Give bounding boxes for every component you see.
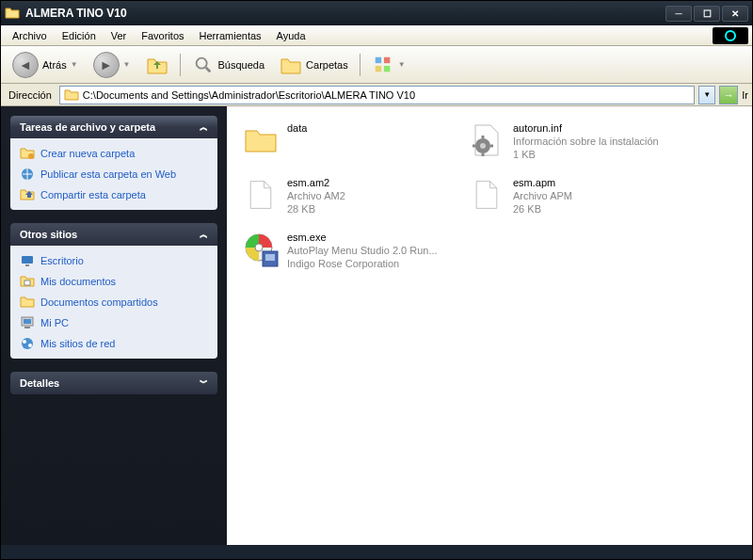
views-button[interactable]: ▼ — [366, 52, 411, 78]
place-label: Mi PC — [40, 317, 69, 328]
go-label: Ir — [742, 89, 748, 101]
svg-point-18 — [480, 143, 486, 149]
search-label: Búsqueda — [218, 59, 265, 71]
svg-point-0 — [196, 57, 206, 68]
task-label: Crear nueva carpeta — [40, 148, 135, 159]
file-name: esm.am2 — [287, 176, 345, 189]
collapse-icon: ︽ — [200, 121, 208, 134]
cd-exe-icon — [242, 231, 280, 268]
content-area: Tareas de archivo y carpeta ︽ Crear nuev… — [1, 106, 752, 545]
expand-icon: ︾ — [200, 377, 208, 390]
chevron-down-icon: ▼ — [703, 90, 711, 99]
folder-up-icon — [146, 54, 168, 76]
svg-point-15 — [23, 340, 26, 344]
file-item[interactable]: esm.am2Archivo AM228 KB — [238, 172, 464, 227]
file-pane[interactable]: dataautorun.infInformación sobre la inst… — [227, 106, 752, 545]
close-button[interactable]: ✕ — [722, 6, 748, 22]
new-folder-icon — [20, 146, 35, 161]
menu-archivo[interactable]: Archivo — [5, 28, 55, 43]
file-size: 28 KB — [287, 202, 345, 216]
tasks-panel: Tareas de archivo y carpeta ︽ Crear nuev… — [10, 116, 217, 210]
file-size: 26 KB — [513, 202, 572, 216]
back-button[interactable]: ◄ Atrás ▼ — [7, 50, 84, 80]
file-meta: Archivo AM2 — [287, 189, 345, 202]
tasks-panel-header[interactable]: Tareas de archivo y carpeta ︽ — [10, 116, 217, 138]
file-name: autorun.inf — [513, 121, 659, 135]
task-publish-web[interactable]: Publicar esta carpeta en Web — [20, 167, 208, 182]
statusbar — [1, 545, 752, 559]
svg-point-24 — [255, 244, 263, 251]
file-meta: Información sobre la instalación — [513, 135, 659, 148]
menu-ver[interactable]: Ver — [104, 28, 135, 43]
file-icon — [468, 176, 505, 214]
task-label: Publicar esta carpeta en Web — [40, 168, 176, 180]
titlebar[interactable]: ALMERA TINO V10 ─ ☐ ✕ — [1, 1, 752, 25]
place-my-computer[interactable]: Mi PC — [20, 315, 208, 330]
chevron-down-icon: ▼ — [398, 60, 406, 69]
forward-button[interactable]: ► ▼ — [88, 50, 136, 80]
share-folder-icon — [20, 187, 35, 202]
svg-point-14 — [22, 338, 33, 349]
menu-favoritos[interactable]: Favoritos — [134, 28, 191, 43]
shared-docs-icon — [20, 295, 35, 310]
address-dropdown[interactable]: ▼ — [698, 86, 715, 104]
my-computer-icon — [20, 315, 35, 330]
folder-icon — [5, 6, 20, 21]
toolbar: ◄ Atrás ▼ ► ▼ Búsqueda Carpetas — [1, 46, 752, 84]
svg-line-1 — [205, 67, 210, 72]
folder-icon — [64, 88, 79, 103]
svg-rect-26 — [265, 254, 275, 261]
menu-edicion[interactable]: Edición — [55, 28, 104, 43]
file-item[interactable]: esm.apmArchivo APM26 KB — [464, 172, 690, 227]
place-label: Documentos compartidos — [40, 296, 158, 308]
svg-rect-13 — [24, 327, 30, 328]
places-panel: Otros sitios ︽ Escritorio Mis documentos… — [10, 223, 217, 359]
search-button[interactable]: Búsqueda — [186, 52, 271, 78]
svg-rect-5 — [384, 65, 390, 71]
desktop-icon — [20, 253, 35, 268]
file-meta: AutoPlay Menu Studio 2.0 Run... — [287, 244, 438, 257]
sidebar: Tareas de archivo y carpeta ︽ Crear nuev… — [1, 106, 227, 545]
gear-file-icon — [468, 121, 505, 159]
explorer-window: ALMERA TINO V10 ─ ☐ ✕ Archivo Edición Ve… — [0, 0, 753, 560]
place-label: Mis sitios de red — [40, 338, 115, 349]
forward-arrow-icon: ► — [93, 52, 120, 78]
minimize-button[interactable]: ─ — [665, 6, 692, 22]
panel-title: Tareas de archivo y carpeta — [20, 121, 155, 133]
task-share-folder[interactable]: Compartir esta carpeta — [20, 187, 208, 202]
file-icon — [242, 176, 280, 214]
go-button[interactable]: → — [719, 86, 738, 104]
maximize-button[interactable]: ☐ — [694, 6, 720, 22]
address-input[interactable]: C:\Documents and Settings\Administrador\… — [59, 86, 695, 104]
file-item[interactable]: esm.exeAutoPlay Menu Studio 2.0 Run...In… — [238, 227, 464, 281]
place-label: Escritorio — [40, 255, 84, 266]
panel-title: Otros sitios — [20, 229, 77, 240]
menu-herramientas[interactable]: Herramientas — [192, 28, 269, 43]
throbber-icon — [713, 27, 748, 44]
file-name: esm.exe — [287, 231, 438, 244]
file-item[interactable]: autorun.infInformación sobre la instalac… — [464, 118, 690, 172]
window-title: ALMERA TINO V10 — [25, 7, 665, 20]
details-panel-header[interactable]: Detalles ︾ — [10, 372, 217, 394]
task-new-folder[interactable]: Crear nueva carpeta — [20, 146, 208, 161]
folders-label: Carpetas — [306, 59, 348, 71]
place-my-documents[interactable]: Mis documentos — [20, 274, 208, 289]
places-panel-header[interactable]: Otros sitios ︽ — [10, 223, 217, 246]
place-label: Mis documentos — [40, 276, 116, 287]
place-shared-docs[interactable]: Documentos compartidos — [20, 295, 208, 310]
back-arrow-icon: ◄ — [12, 52, 39, 78]
place-desktop[interactable]: Escritorio — [20, 253, 208, 268]
folders-icon — [280, 54, 302, 76]
place-network[interactable]: Mis sitios de red — [20, 336, 208, 351]
my-documents-icon — [20, 274, 35, 289]
file-meta: Archivo APM — [513, 189, 572, 202]
svg-rect-2 — [375, 56, 380, 62]
folders-button[interactable]: Carpetas — [274, 52, 354, 78]
search-icon — [192, 54, 215, 76]
up-button[interactable] — [140, 52, 174, 78]
svg-rect-8 — [22, 256, 33, 264]
go-arrow-icon: → — [724, 89, 734, 101]
menu-ayuda[interactable]: Ayuda — [269, 28, 313, 43]
folder-icon — [242, 121, 280, 159]
file-item[interactable]: data — [238, 118, 464, 172]
